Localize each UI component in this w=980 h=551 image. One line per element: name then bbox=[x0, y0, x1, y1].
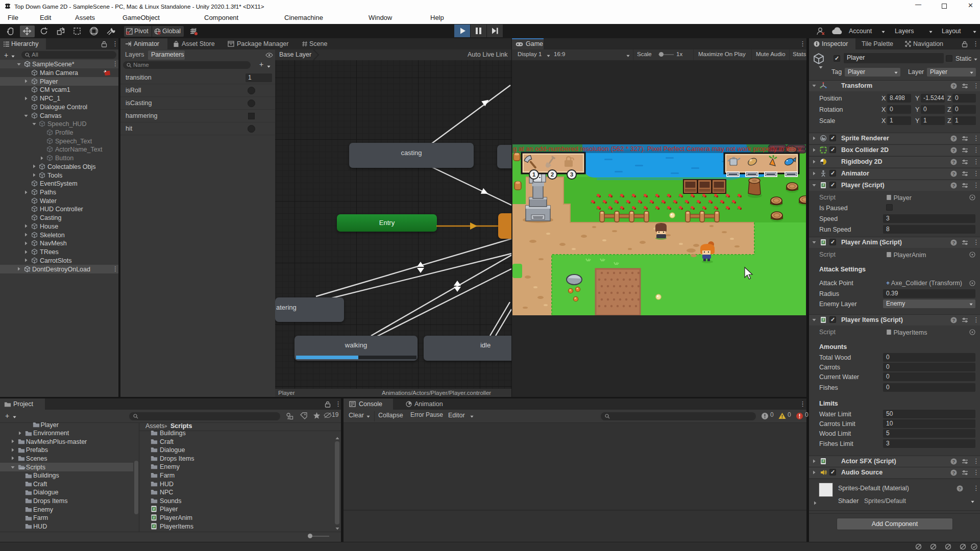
svg-text:?: ? bbox=[959, 486, 962, 491]
svg-text:#: # bbox=[822, 183, 824, 187]
svg-text:?: ? bbox=[952, 318, 955, 323]
svg-text:?: ? bbox=[952, 136, 955, 141]
svg-text:#: # bbox=[153, 507, 155, 511]
svg-text:2: 2 bbox=[551, 171, 554, 178]
svg-text:#: # bbox=[822, 240, 824, 244]
svg-text:?: ? bbox=[952, 171, 955, 177]
svg-text:#: # bbox=[153, 516, 155, 519]
svg-text:?: ? bbox=[952, 470, 955, 475]
svg-text:?: ? bbox=[952, 459, 955, 464]
svg-text:#: # bbox=[822, 459, 824, 463]
svg-text:g at an odd-numbered resolutio: g at an odd-numbered resolution (562 * 3… bbox=[513, 145, 802, 153]
svg-text:#: # bbox=[153, 524, 155, 528]
svg-text:?: ? bbox=[952, 160, 955, 165]
svg-text:?: ? bbox=[952, 183, 955, 188]
svg-text:3: 3 bbox=[570, 171, 573, 178]
svg-text:?: ? bbox=[952, 240, 955, 245]
svg-text:#: # bbox=[822, 318, 824, 321]
svg-text:1: 1 bbox=[532, 171, 535, 178]
svg-text:?: ? bbox=[952, 84, 955, 89]
svg-text:?: ? bbox=[952, 148, 955, 153]
